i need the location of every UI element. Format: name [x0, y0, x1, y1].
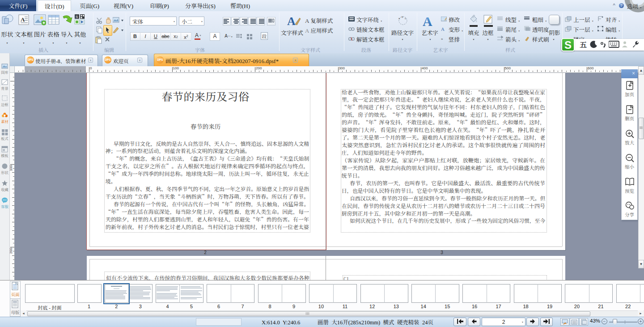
svg-text:A: A	[21, 16, 25, 23]
svg-text:A: A	[423, 14, 432, 28]
svg-text:b: b	[402, 16, 403, 18]
svg-text:»: »	[441, 37, 443, 41]
svg-text:A: A	[441, 26, 445, 31]
svg-text:c: c	[405, 17, 406, 20]
svg-text:S: S	[76, 15, 78, 19]
svg-text:a: a	[398, 17, 400, 20]
svg-text:A: A	[287, 15, 296, 28]
